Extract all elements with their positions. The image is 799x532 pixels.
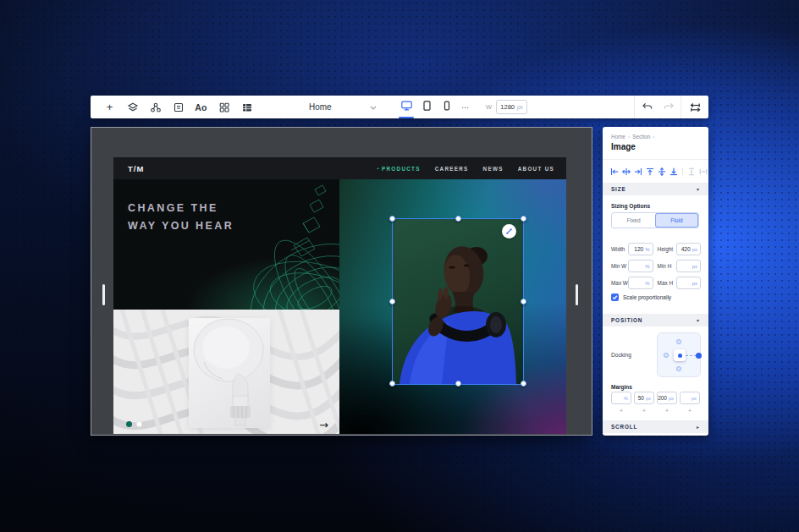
- canvas-width-value: 1280: [500, 103, 515, 111]
- min-h-field-label: Min H: [658, 263, 676, 269]
- table-icon: [241, 101, 253, 113]
- margin-right-input[interactable]: px: [680, 392, 700, 404]
- cms-table-button[interactable]: [235, 96, 258, 118]
- docking-widget[interactable]: [657, 332, 701, 377]
- selection-handle-bottom-left[interactable]: [389, 381, 395, 387]
- panel-divider: [603, 159, 708, 160]
- site-body: CHANGE THE WAY YOU HEAR: [113, 179, 566, 434]
- selection-handle-bottom-right[interactable]: [521, 381, 526, 387]
- desktop-breakpoint-button[interactable]: [398, 96, 415, 118]
- nav-item-about-us[interactable]: ABOUT US: [518, 166, 554, 172]
- hero-section[interactable]: CHANGE THE WAY YOU HEAR: [113, 179, 339, 310]
- site-right-column[interactable]: [339, 179, 566, 434]
- selection-handle-middle-left[interactable]: [389, 299, 395, 304]
- align-right-button[interactable]: [633, 167, 643, 177]
- page-selector-label: Home: [309, 102, 332, 112]
- margin-direction-icon[interactable]: +: [611, 407, 631, 414]
- canvas-width-input[interactable]: 1280 px: [496, 100, 527, 114]
- canvas-right-resize-handle[interactable]: [576, 284, 578, 305]
- margin-direction-icon[interactable]: +: [634, 407, 654, 414]
- widgets-grid-icon: [218, 101, 230, 113]
- site-logo[interactable]: T/M: [128, 164, 144, 173]
- canvas-left-resize-handle[interactable]: [102, 284, 105, 305]
- margins-row: % 50 px 200 px px: [611, 392, 700, 404]
- align-left-button[interactable]: [609, 167, 620, 177]
- margin-direction-icon[interactable]: +: [680, 407, 700, 414]
- section-button[interactable]: [167, 96, 190, 118]
- undo-button[interactable]: [635, 96, 658, 118]
- redo-button[interactable]: [658, 96, 681, 118]
- min-h-input[interactable]: px: [676, 260, 701, 272]
- headphone-product-image[interactable]: [189, 318, 270, 428]
- width-label: W: [486, 103, 492, 111]
- text-icon: Ao: [195, 102, 207, 112]
- more-breakpoints-icon[interactable]: ⋯: [461, 103, 470, 112]
- max-h-input[interactable]: px: [676, 277, 701, 289]
- product-showcase-section[interactable]: →: [113, 310, 339, 434]
- dock-bottom-dot[interactable]: [676, 366, 681, 371]
- breadcrumb-item-home[interactable]: Home: [611, 134, 625, 140]
- margin-direction-icon[interactable]: +: [657, 407, 677, 414]
- selection-handle-bottom-center[interactable]: [455, 381, 461, 387]
- max-h-unit: px: [692, 281, 697, 286]
- selection-handle-middle-right[interactable]: [521, 299, 526, 304]
- carousel-next-arrow[interactable]: →: [319, 419, 328, 431]
- height-input[interactable]: 420 px: [676, 243, 701, 255]
- margin-unit: px: [692, 396, 697, 401]
- mobile-icon: [442, 100, 452, 115]
- widgets-button[interactable]: [212, 96, 235, 118]
- align-bottom-button[interactable]: [669, 167, 679, 177]
- width-value: 120: [634, 246, 643, 252]
- selected-portrait-image[interactable]: [393, 219, 523, 384]
- add-element-button[interactable]: +: [98, 96, 121, 118]
- selection-handle-top-left[interactable]: [389, 216, 395, 222]
- carousel-dot-active[interactable]: [126, 421, 132, 427]
- nav-item-careers[interactable]: CAREERS: [435, 166, 469, 172]
- plus-icon: +: [107, 101, 113, 113]
- page-selector-dropdown[interactable]: Home: [309, 102, 377, 112]
- align-center-vertical-button[interactable]: [657, 167, 667, 177]
- nav-item-news[interactable]: NEWS: [483, 166, 504, 172]
- carousel-pagination: [126, 421, 142, 427]
- min-w-input[interactable]: %: [628, 260, 653, 272]
- dock-left-dot[interactable]: [664, 353, 669, 358]
- stretch-vertical-button[interactable]: [686, 167, 697, 177]
- margin-bottom-input[interactable]: 200 px: [657, 392, 677, 404]
- switch-editor-button[interactable]: [681, 96, 708, 118]
- margin-top-input[interactable]: 50 px: [634, 392, 654, 404]
- size-section-header[interactable]: SIZE ▾: [603, 183, 708, 195]
- mobile-breakpoint-button[interactable]: [438, 96, 455, 118]
- image-link-badge[interactable]: [502, 224, 516, 239]
- dock-center-handle[interactable]: [674, 349, 686, 361]
- text-tool-button[interactable]: Ao: [190, 96, 212, 118]
- align-center-horizontal-button[interactable]: [621, 167, 631, 177]
- section-icon: [173, 101, 185, 113]
- sizing-mode-toggle: Fixed Fluid: [611, 212, 699, 228]
- tablet-breakpoint-button[interactable]: [418, 96, 435, 118]
- selection-handle-top-center[interactable]: [455, 216, 461, 222]
- width-input[interactable]: 120 %: [628, 243, 653, 255]
- scale-proportionally-checkbox[interactable]: [611, 293, 619, 301]
- align-top-button[interactable]: [645, 167, 655, 177]
- dock-top-dot[interactable]: [676, 339, 681, 344]
- scroll-section-header[interactable]: SCROLL ▸: [603, 420, 708, 433]
- sitemap-button[interactable]: [144, 96, 167, 118]
- stretch-horizontal-button[interactable]: [698, 167, 708, 177]
- sizing-mode-fixed-button[interactable]: Fixed: [612, 213, 655, 228]
- max-w-input[interactable]: %: [628, 277, 653, 289]
- design-canvas: T/M • PRODUCTS CAREERS NEWS ABOUT US: [91, 127, 592, 436]
- dock-right-anchor-dot[interactable]: [696, 353, 702, 359]
- position-section-header[interactable]: POSITION ▾: [603, 314, 708, 326]
- selection-handle-top-right[interactable]: [521, 216, 526, 222]
- sizing-mode-fluid-button[interactable]: Fluid: [655, 213, 698, 228]
- scale-proportionally-row: Scale proportionally: [611, 293, 671, 301]
- site-nav: • PRODUCTS CAREERS NEWS ABOUT US: [377, 166, 554, 172]
- docking-label: Docking: [611, 352, 631, 358]
- breadcrumb-item-section[interactable]: Section: [632, 134, 650, 140]
- nav-item-products[interactable]: • PRODUCTS: [377, 166, 421, 172]
- website-preview[interactable]: T/M • PRODUCTS CAREERS NEWS ABOUT US: [113, 157, 566, 434]
- margin-left-input[interactable]: %: [611, 392, 631, 404]
- carousel-dot[interactable]: [136, 421, 142, 427]
- layers-button[interactable]: [121, 96, 144, 118]
- site-header: T/M • PRODUCTS CAREERS NEWS ABOUT US: [113, 157, 566, 179]
